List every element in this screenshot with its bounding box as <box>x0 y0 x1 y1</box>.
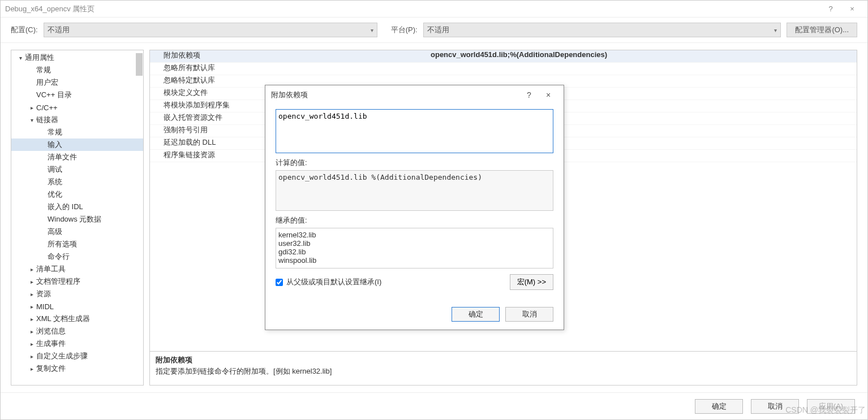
platform-combo[interactable]: 不适用 ▾ <box>423 23 781 37</box>
inherit-item: gdi32.lib <box>278 248 551 256</box>
property-name: 忽略所有默认库 <box>150 63 427 75</box>
tree-item-label: 生成事件 <box>36 339 66 349</box>
caret-icon: ▸ <box>28 266 35 272</box>
platform-label: 平台(P): <box>391 25 418 35</box>
tree-item[interactable]: 嵌入的 IDL <box>11 201 143 213</box>
tree-item-label: 优化 <box>48 189 62 200</box>
chevron-down-icon: ▾ <box>774 27 777 33</box>
close-icon[interactable]: × <box>841 5 863 13</box>
inherit-item: user32.lib <box>278 239 551 248</box>
tree-item[interactable]: ▸复制文件 <box>11 362 143 375</box>
tree-item-label: 自定义生成步骤 <box>36 351 88 361</box>
watermark: CSDN @我裂裂裂开了 <box>785 405 866 415</box>
caret-icon: ▸ <box>28 366 35 372</box>
tree-item[interactable]: 常规 <box>11 64 143 76</box>
dialog-ok-button[interactable]: 确定 <box>452 307 500 322</box>
tree-item-label: Windows 元数据 <box>48 214 101 224</box>
dialog-close-icon[interactable]: × <box>539 90 558 99</box>
tree-item[interactable]: VC++ 目录 <box>11 89 143 101</box>
grid-row[interactable]: 忽略所有默认库 <box>150 63 857 75</box>
platform-value: 不适用 <box>427 25 449 35</box>
tree-item[interactable]: 调试 <box>11 163 143 176</box>
property-value: opencv_world451d.lib;%(AdditionalDepende… <box>427 50 857 62</box>
dialog-help-icon[interactable]: ? <box>519 90 539 99</box>
tree-item[interactable]: Windows 元数据 <box>11 213 143 226</box>
tree-item[interactable]: ▸自定义生成步骤 <box>11 350 143 362</box>
tree-item-label: 清单工具 <box>36 264 66 274</box>
dialog-body: 计算的值: opencv_world451d.lib %(AdditionalD… <box>265 105 564 301</box>
tree-item[interactable]: ▾通用属性 <box>11 51 143 64</box>
property-name: 附加依赖项 <box>150 50 427 62</box>
dialog-title: 附加依赖项 <box>271 90 519 100</box>
tree-item[interactable]: 高级 <box>11 226 143 238</box>
scrollbar-thumb[interactable] <box>136 53 143 76</box>
description-text: 指定要添加到链接命令行的附加项。[例如 kernel32.lib] <box>156 366 851 376</box>
caret-icon: ▸ <box>28 328 35 335</box>
tree-item[interactable]: 输入 <box>11 138 143 151</box>
tree-pane[interactable]: ▾通用属性常规用户宏VC++ 目录▸C/C++▾链接器常规输入清单文件调试系统优… <box>11 50 144 386</box>
tree-item[interactable]: ▸XML 文档生成器 <box>11 313 143 325</box>
dialog-titlebar: 附加依赖项 ? × <box>265 85 564 105</box>
dialog-cancel-button[interactable]: 取消 <box>505 307 553 322</box>
tree-item-label: 所有选项 <box>48 239 77 249</box>
tree-item-label: 文档管理程序 <box>36 276 80 287</box>
tree-item[interactable]: 系统 <box>11 176 143 188</box>
tree-item[interactable]: ▸MIDL <box>11 300 143 313</box>
caret-icon: ▾ <box>17 55 24 61</box>
tree-item[interactable]: ▸C/C++ <box>11 101 143 114</box>
tree-item-label: 输入 <box>48 140 62 150</box>
tree-item-label: 复制文件 <box>36 363 66 374</box>
caret-icon: ▸ <box>28 353 35 360</box>
caret-icon: ▸ <box>28 105 35 111</box>
tree-item[interactable]: 命令行 <box>11 250 143 263</box>
tree-item-label: 系统 <box>48 177 62 187</box>
tree-item[interactable]: 清单文件 <box>11 151 143 163</box>
deps-input[interactable] <box>276 109 553 153</box>
tree-item[interactable]: 常规 <box>11 126 143 138</box>
tree-item-label: 清单文件 <box>48 152 77 162</box>
description-title: 附加依赖项 <box>156 355 851 365</box>
grid-row[interactable]: 附加依赖项opencv_world451d.lib;%(AdditionalDe… <box>150 50 857 63</box>
tree-item-label: VC++ 目录 <box>36 90 72 100</box>
inherit-checkbox[interactable] <box>276 279 283 286</box>
caret-icon: ▾ <box>28 117 35 123</box>
chevron-down-icon: ▾ <box>371 27 373 33</box>
caret-icon: ▸ <box>28 291 35 297</box>
inherit-checkbox-label[interactable]: 从父级或项目默认设置继承(I) <box>286 277 381 287</box>
tree-item-label: 通用属性 <box>25 53 54 63</box>
bottom-bar: 确定 取消 应用(A) <box>1 392 867 419</box>
tree-item-label: 常规 <box>36 65 51 75</box>
window-title: Debug_x64_opencv 属性页 <box>5 4 820 14</box>
inherit-value-box[interactable]: kernel32.libuser32.libgdi32.libwinspool.… <box>276 228 553 269</box>
description-box: 附加依赖项 指定要添加到链接命令行的附加项。[例如 kernel32.lib] <box>149 352 857 386</box>
dialog-footer: 确定 取消 <box>265 301 564 330</box>
tree-item-label: XML 文档生成器 <box>36 314 90 324</box>
tree-item-label: 嵌入的 IDL <box>48 202 83 212</box>
caret-icon: ▸ <box>28 279 35 285</box>
tree-item[interactable]: ▸文档管理程序 <box>11 275 143 288</box>
inherit-checkbox-row: 从父级或项目默认设置继承(I) 宏(M) >> <box>276 274 553 290</box>
macros-button[interactable]: 宏(M) >> <box>510 274 553 290</box>
tree-item-label: 链接器 <box>36 115 58 125</box>
tree-item[interactable]: ▸浏览信息 <box>11 325 143 337</box>
config-label: 配置(C): <box>11 25 38 35</box>
config-combo[interactable]: 不适用 ▾ <box>44 23 377 37</box>
ok-button[interactable]: 确定 <box>695 399 743 414</box>
inherit-item: winspool.lib <box>278 256 551 265</box>
tree-item[interactable]: ▸生成事件 <box>11 337 143 350</box>
tree-item-label: C/C++ <box>36 103 58 112</box>
tree-item[interactable]: 用户宏 <box>11 76 143 89</box>
tree-item-label: 用户宏 <box>36 77 58 88</box>
help-icon[interactable]: ? <box>820 5 841 13</box>
tree-item[interactable]: ▾链接器 <box>11 114 143 126</box>
config-manager-button[interactable]: 配置管理器(O)... <box>787 23 857 37</box>
tree-item[interactable]: 所有选项 <box>11 238 143 250</box>
tree-item[interactable]: ▸清单工具 <box>11 263 143 275</box>
caret-icon: ▸ <box>28 304 35 310</box>
tree-item-label: 高级 <box>48 227 62 237</box>
tree-item-label: 浏览信息 <box>36 326 66 336</box>
tree-item[interactable]: 优化 <box>11 188 143 201</box>
caret-icon: ▸ <box>28 316 35 322</box>
tree-item[interactable]: ▸资源 <box>11 288 143 300</box>
tree-item-label: 命令行 <box>48 252 70 262</box>
